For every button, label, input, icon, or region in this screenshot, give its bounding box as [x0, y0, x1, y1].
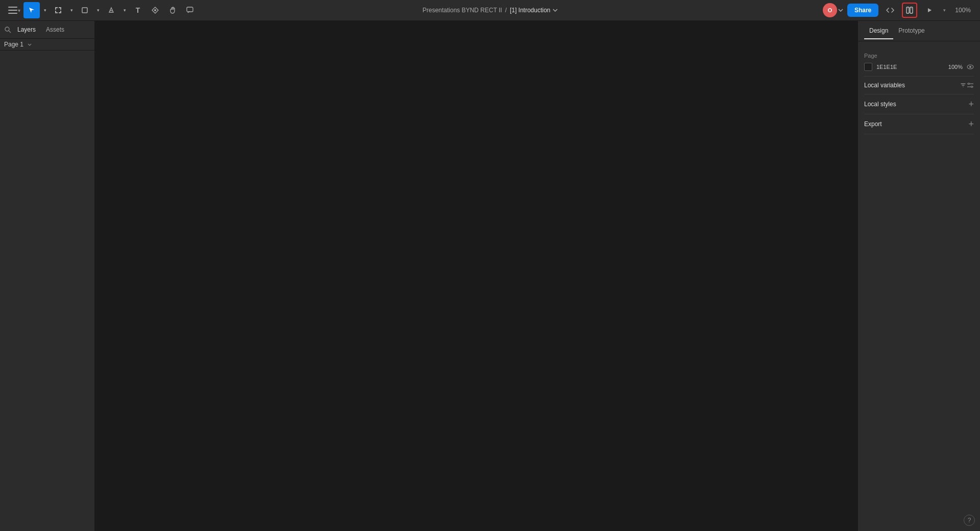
- avatar-group: O: [823, 3, 843, 17]
- page-title-container[interactable]: [1] Introduction: [510, 7, 557, 14]
- svg-point-27: [971, 86, 973, 88]
- page-color-swatch[interactable]: [864, 63, 872, 71]
- page-name: [1] Introduction: [510, 7, 550, 14]
- present-chevron[interactable]: ▾: [941, 3, 948, 18]
- right-panel: Design Prototype Page 1E1E1E 100%: [857, 21, 980, 531]
- frame-tool-button[interactable]: [50, 2, 66, 18]
- toolbar-center: Presentations BYND RECT II / [1] Introdu…: [423, 7, 558, 14]
- local-variables-sort-button[interactable]: [960, 82, 974, 89]
- svg-rect-9: [55, 11, 56, 13]
- shape-tool-button[interactable]: [77, 2, 93, 18]
- left-panel: Layers Assets Page 1: [0, 21, 95, 531]
- comment-tool-button[interactable]: [182, 2, 198, 18]
- svg-rect-0: [8, 7, 17, 8]
- user-avatar: O: [823, 3, 837, 17]
- svg-point-26: [968, 83, 970, 85]
- page-properties-section: Page 1E1E1E 100%: [864, 47, 974, 77]
- svg-marker-18: [928, 8, 932, 12]
- zoom-level[interactable]: 100%: [952, 7, 974, 14]
- layers-content: [0, 51, 94, 531]
- toolbar-right: O Share ▾ 100%: [823, 3, 974, 18]
- export-section: Export +: [864, 114, 974, 134]
- right-panel-content: Page 1E1E1E 100% Local variables: [858, 41, 980, 293]
- text-icon: T: [136, 6, 140, 14]
- library-button[interactable]: [902, 3, 917, 18]
- eye-icon[interactable]: [967, 63, 974, 71]
- svg-point-22: [969, 66, 971, 68]
- text-tool-button[interactable]: T: [130, 2, 146, 18]
- help-button[interactable]: ?: [964, 515, 975, 526]
- local-variables-title: Local variables: [864, 82, 905, 89]
- toolbar-left: ▾ ▾: [6, 2, 198, 18]
- svg-rect-7: [55, 7, 56, 10]
- svg-rect-10: [60, 11, 61, 13]
- pen-tool-button[interactable]: [103, 2, 119, 18]
- move-tool-chevron[interactable]: ▾: [41, 2, 49, 18]
- menu-chevron: ▾: [18, 8, 20, 13]
- left-panel-tabs: Layers Assets: [0, 21, 94, 39]
- pen-tool-chevron[interactable]: ▾: [120, 2, 129, 18]
- page-chevron-icon: [552, 9, 557, 12]
- svg-rect-14: [906, 7, 909, 13]
- svg-rect-8: [60, 7, 61, 10]
- shape-tool-chevron[interactable]: ▾: [94, 2, 102, 18]
- design-tab[interactable]: Design: [864, 23, 893, 39]
- svg-rect-2: [8, 13, 17, 14]
- component-tool-button[interactable]: [147, 2, 163, 18]
- page-selector-chevron-icon: [28, 43, 32, 46]
- sort-icon: [960, 82, 967, 89]
- page-section-title: Page: [864, 53, 974, 59]
- menu-button[interactable]: ▾: [6, 2, 22, 18]
- page-color-hex[interactable]: 1E1E1E: [876, 64, 944, 70]
- svg-line-20: [9, 31, 11, 33]
- local-styles-section: Local styles +: [864, 94, 974, 114]
- right-panel-bottom: ?: [858, 293, 980, 532]
- canvas[interactable]: [95, 21, 857, 531]
- prototype-tab[interactable]: Prototype: [893, 23, 929, 39]
- frame-tool-chevron[interactable]: ▾: [67, 2, 76, 18]
- move-tool-button[interactable]: [23, 2, 40, 18]
- hand-tool-button[interactable]: [164, 2, 181, 18]
- avatar-chevron-icon: [838, 9, 843, 12]
- code-button[interactable]: [883, 3, 898, 18]
- toolbar: ▾ ▾: [0, 0, 980, 21]
- local-styles-title: Local styles: [864, 101, 896, 108]
- assets-tab[interactable]: Assets: [42, 24, 68, 35]
- layers-tab[interactable]: Layers: [13, 24, 40, 35]
- library-icon: [905, 7, 914, 14]
- export-title: Export: [864, 120, 882, 128]
- svg-rect-1: [8, 10, 17, 11]
- svg-rect-11: [82, 8, 87, 13]
- present-button[interactable]: [921, 3, 937, 18]
- svg-rect-13: [187, 7, 193, 12]
- svg-point-19: [5, 27, 9, 31]
- present-icon: [925, 7, 933, 14]
- svg-point-12: [154, 9, 156, 11]
- main-area: Layers Assets Page 1 Design Prototype Pa…: [0, 21, 980, 531]
- share-button[interactable]: Share: [847, 4, 878, 17]
- page-color-row: 1E1E1E 100%: [864, 63, 974, 71]
- tool-group-main: ▾ ▾: [6, 2, 198, 18]
- page-selector[interactable]: Page 1: [0, 39, 94, 51]
- local-styles-add-button[interactable]: +: [968, 100, 974, 109]
- file-name: Presentations BYND RECT II: [423, 7, 502, 14]
- code-icon: [886, 7, 894, 13]
- local-variables-section: Local variables: [864, 77, 974, 94]
- export-add-button[interactable]: +: [968, 119, 974, 129]
- local-variables-icon: [967, 82, 974, 88]
- title-separator: /: [505, 7, 507, 14]
- page-selector-label: Page 1: [4, 41, 23, 48]
- svg-rect-15: [910, 7, 913, 13]
- search-icon[interactable]: [4, 26, 11, 33]
- right-panel-tabs: Design Prototype: [858, 21, 980, 41]
- help-icon: ?: [968, 517, 971, 524]
- page-color-opacity[interactable]: 100%: [948, 64, 963, 70]
